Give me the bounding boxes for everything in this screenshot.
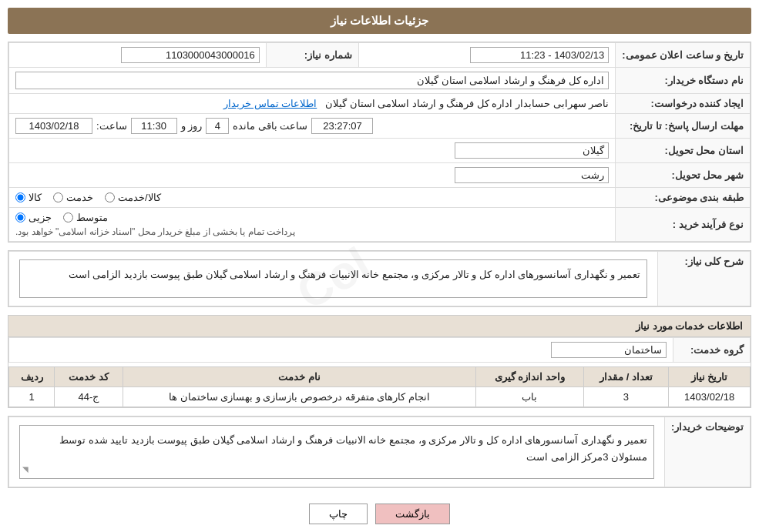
table-row: تاریخ و ساعت اعلان عمومی: 1403/02/13 - 1… [9, 43, 751, 68]
col-service-name: نام خدمت [123, 367, 476, 387]
purchase-type-value: متوسط جزیی پرداخت تمام یا بخشی از مبلغ خ… [9, 208, 616, 242]
table-row: شرح کلی نیاز: Col تعمیر و نگهداری آسانسو… [9, 252, 751, 306]
category-service-option[interactable]: خدمت [53, 192, 93, 203]
service-group-table: گروه خدمت: ساختمان [8, 337, 751, 363]
table-row: استان محل تحویل: گیلان [9, 139, 751, 163]
table-row: 1403/02/18 3 باب انجام کارهای متفرقه درخ… [9, 387, 751, 407]
announce-date-value: 1403/02/13 - 11:23 [358, 43, 616, 68]
purchase-partial-label: جزیی [29, 212, 52, 223]
response-deadline-label: مهلت ارسال پاسخ: تا تاریخ: [616, 114, 751, 139]
cell-row-num: 1 [9, 387, 55, 407]
services-header: اطلاعات خدمات مورد نیاز [8, 316, 751, 337]
deadline-row: 23:27:07 ساعت باقی مانده 4 روز و 11:30 س… [15, 118, 609, 134]
cell-service-code: ج-44 [55, 387, 123, 407]
cell-quantity: 3 [583, 387, 669, 407]
announce-date-label: تاریخ و ساعت اعلان عمومی: [616, 43, 751, 68]
purchase-partial-radio[interactable] [15, 212, 25, 223]
creator-value: ناصر سهرابی حسابدار اداره کل فرهنگ و ارش… [9, 94, 616, 114]
category-value: کالا/خدمت خدمت کالا [9, 188, 616, 208]
city-label: شهر محل تحویل: [616, 163, 751, 188]
category-goods-radio[interactable] [15, 192, 25, 202]
category-radio-group: کالا/خدمت خدمت کالا [15, 192, 609, 203]
cell-date: 1403/02/18 [669, 387, 751, 407]
buyer-desc-text: تعمیر و نگهداری آسانسورهای اداره کل و تا… [59, 434, 647, 463]
services-table-header: تاریخ نیاز تعداد / مقدار واحد اندازه گیر… [9, 367, 751, 387]
table-header-row: تاریخ نیاز تعداد / مقدار واحد اندازه گیر… [9, 367, 751, 387]
city-input: رشت [455, 167, 609, 183]
main-info-section: تاریخ و ساعت اعلان عمومی: 1403/02/13 - 1… [8, 42, 751, 243]
buyer-desc-table: توضیحات خریدار: تعمیر و نگهداری آسانسوره… [8, 417, 751, 487]
need-desc-value: Col تعمیر و نگهداری آسانسورهای اداره کل … [9, 252, 658, 306]
buyer-desc-section: توضیحات خریدار: تعمیر و نگهداری آسانسوره… [8, 416, 751, 488]
province-value: گیلان [9, 139, 616, 163]
services-table: تاریخ نیاز تعداد / مقدار واحد اندازه گیر… [8, 366, 751, 407]
col-date: تاریخ نیاز [669, 367, 751, 387]
purchase-radio-group: متوسط جزیی [15, 212, 108, 223]
need-desc-box: Col تعمیر و نگهداری آسانسورهای اداره کل … [19, 259, 647, 298]
response-deadline-value: 23:27:07 ساعت باقی مانده 4 روز و 11:30 س… [9, 114, 616, 139]
info-table: تاریخ و ساعت اعلان عمومی: 1403/02/13 - 1… [8, 42, 751, 242]
table-row: نام دستگاه خریدار: اداره کل فرهنگ و ارشا… [9, 68, 751, 94]
service-group-label: گروه خدمت: [673, 338, 751, 363]
services-table-body: 1403/02/18 3 باب انجام کارهای متفرقه درخ… [9, 387, 751, 407]
back-button[interactable]: بازگشت [375, 504, 450, 524]
buyer-desc-value: تعمیر و نگهداری آسانسورهای اداره کل و تا… [9, 417, 665, 487]
remaining-time-display: 23:27:07 [311, 118, 373, 134]
need-number-label: شماره نیاز: [266, 43, 358, 68]
need-desc-label: شرح کلی نیاز: [658, 252, 751, 306]
table-row: طبقه بندی موضوعی: کالا/خدمت خدمت کالا [9, 188, 751, 208]
remaining-label: ساعت باقی مانده [233, 120, 307, 132]
table-row: شهر محل تحویل: رشت [9, 163, 751, 188]
category-goods-service-radio[interactable] [105, 192, 115, 202]
purchase-partial-option[interactable]: جزیی [15, 212, 52, 223]
response-time-label: ساعت: [96, 120, 127, 132]
response-time-display: 11:30 [131, 118, 177, 134]
city-value: رشت [9, 163, 616, 188]
category-service-radio[interactable] [53, 192, 63, 202]
announce-date-input: 1403/02/13 - 11:23 [470, 47, 609, 63]
category-goods-service-label: کالا/خدمت [118, 192, 161, 203]
col-service-code: کد خدمت [55, 367, 123, 387]
cell-unit: باب [476, 387, 583, 407]
table-row: گروه خدمت: ساختمان [9, 338, 751, 363]
category-label: طبقه بندی موضوعی: [616, 188, 751, 208]
table-row: نوع فرآیند خرید : متوسط جزیی [9, 208, 751, 242]
creator-text: ناصر سهرابی حسابدار اداره کل فرهنگ و ارش… [325, 98, 609, 109]
purchase-medium-option[interactable]: متوسط [63, 212, 108, 223]
province-input: گیلان [455, 142, 609, 159]
buyer-name-label: نام دستگاه خریدار: [616, 68, 751, 94]
col-row-num: ردیف [9, 367, 55, 387]
contact-link[interactable]: اطلاعات تماس خریدار [223, 98, 317, 109]
need-number-value: 1103000043000016 [9, 43, 267, 68]
need-desc-text: تعمیر و نگهداری آسانسورهای اداره کل و تا… [69, 269, 640, 280]
purchase-medium-radio[interactable] [63, 212, 73, 223]
col-quantity: تعداد / مقدار [583, 367, 669, 387]
buyer-desc-label: توضیحات خریدار: [665, 417, 751, 487]
need-number-input: 1103000043000016 [121, 47, 260, 63]
need-desc-section: شرح کلی نیاز: Col تعمیر و نگهداری آسانسو… [8, 250, 751, 307]
need-desc-table: شرح کلی نیاز: Col تعمیر و نگهداری آسانسو… [8, 251, 751, 306]
cell-service-name: انجام کارهای متفرقه درخصوص بازسازی و بهس… [123, 387, 476, 407]
purchase-type-container: متوسط جزیی پرداخت تمام یا بخشی از مبلغ خ… [15, 212, 609, 237]
buyer-name-input: اداره کل فرهنگ و ارشاد اسلامی استان گیلا… [15, 72, 609, 89]
category-goods-service-option[interactable]: کالا/خدمت [105, 192, 161, 203]
table-row: ایجاد کننده درخواست: ناصر سهرابی حسابدار… [9, 94, 751, 114]
response-day-label: روز و [181, 120, 203, 132]
response-date-display: 1403/02/18 [15, 118, 92, 134]
table-row: مهلت ارسال پاسخ: تا تاریخ: 23:27:07 ساعت… [9, 114, 751, 139]
service-group-input: ساختمان [551, 342, 667, 358]
response-day-display: 4 [206, 118, 229, 134]
col-unit: واحد اندازه گیری [476, 367, 583, 387]
category-goods-label: کالا [29, 192, 42, 203]
buttons-row: بازگشت چاپ [8, 496, 751, 532]
category-service-label: خدمت [66, 192, 93, 203]
purchase-medium-label: متوسط [76, 212, 108, 223]
purchase-type-label: نوع فرآیند خرید : [616, 208, 751, 242]
purchase-note: پرداخت تمام یا بخشی از مبلغ خریدار محل "… [15, 226, 295, 237]
table-row: توضیحات خریدار: تعمیر و نگهداری آسانسوره… [9, 417, 751, 487]
category-goods-option[interactable]: کالا [15, 192, 42, 203]
buyer-desc-box: تعمیر و نگهداری آسانسورهای اداره کل و تا… [19, 425, 654, 479]
province-label: استان محل تحویل: [616, 139, 751, 163]
buyer-name-value: اداره کل فرهنگ و ارشاد اسلامی استان گیلا… [9, 68, 616, 94]
print-button[interactable]: چاپ [309, 504, 368, 524]
